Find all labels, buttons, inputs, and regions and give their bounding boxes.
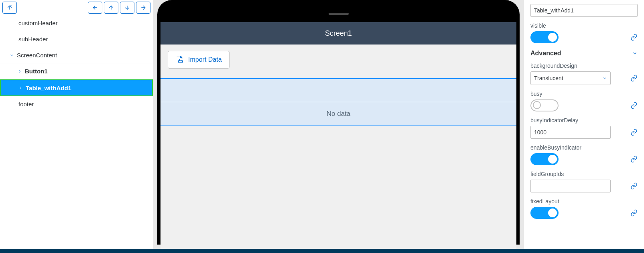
tree-item-button1[interactable]: Button1	[0, 63, 153, 79]
prop-label-enablebusyindicator: enableBusyIndicator	[530, 144, 638, 151]
link-icon[interactable]	[630, 34, 638, 41]
screen-title: Screen1	[325, 29, 352, 38]
outline-move-up-button[interactable]	[104, 2, 118, 14]
tree-item-label: Button1	[25, 68, 48, 75]
link-icon[interactable]	[630, 182, 638, 190]
import-button-label: Import Data	[188, 56, 222, 63]
fieldgroupids-input[interactable]	[530, 180, 611, 192]
backgrounddesign-select[interactable]: Translucent	[530, 71, 611, 85]
visible-toggle[interactable]	[530, 31, 559, 43]
table-nodata-text: No data	[327, 110, 351, 118]
import-data-button[interactable]: Import Data	[168, 51, 230, 69]
tree-item-table-withadd1[interactable]: Table_withAdd1	[0, 79, 153, 96]
component-name-input[interactable]	[530, 4, 638, 17]
device-speaker	[329, 13, 349, 15]
device-frame: Screen1 Import Data No data	[157, 0, 520, 245]
tree-item-label: customHeader	[18, 20, 58, 26]
advanced-section-header[interactable]: Advanced	[530, 50, 638, 57]
table-nodata-row: No data	[160, 102, 516, 125]
chevron-right-icon	[17, 84, 24, 91]
link-icon[interactable]	[630, 209, 638, 217]
tree-item-label: ScreenContent	[17, 52, 57, 59]
outline-up-minus-button[interactable]	[2, 2, 17, 14]
prop-label-backgrounddesign: backgroundDesign	[530, 63, 638, 69]
tree-item-subheader[interactable]: subHeader	[0, 31, 153, 47]
outline-toolbar	[0, 0, 153, 15]
tree-item-screencontent[interactable]: ScreenContent	[0, 47, 153, 63]
enablebusyindicator-toggle[interactable]	[530, 153, 559, 165]
table-preview[interactable]: No data	[160, 78, 516, 126]
busy-toggle[interactable]	[530, 99, 559, 111]
link-icon[interactable]	[630, 75, 638, 82]
tree-item-footer[interactable]: footer	[0, 96, 153, 112]
screen-title-bar: Screen1	[160, 22, 516, 45]
busyindicatordelay-input[interactable]	[530, 126, 611, 139]
backgrounddesign-value: Translucent	[534, 75, 563, 81]
outline-move-down-button[interactable]	[120, 2, 134, 14]
outline-tree: customHeader subHeader ScreenContent But…	[0, 15, 153, 112]
prop-label-fixedlayout: fixedLayout	[530, 198, 638, 204]
prop-label-visible: visible	[530, 22, 638, 29]
properties-panel: visible Advanced backgroundDesign Transl…	[524, 0, 644, 249]
tree-item-customheader[interactable]: customHeader	[0, 15, 153, 31]
prop-label-busy: busy	[530, 91, 638, 97]
outline-panel: customHeader subHeader ScreenContent But…	[0, 0, 153, 249]
tree-item-label: Table_withAdd1	[26, 85, 71, 91]
chevron-down-icon	[8, 52, 15, 59]
chevron-down-icon	[632, 51, 638, 56]
link-icon[interactable]	[630, 102, 638, 109]
screen-body: Import Data No data	[160, 45, 516, 249]
fixedlayout-toggle[interactable]	[530, 207, 559, 219]
import-icon	[175, 55, 184, 65]
table-header-row	[160, 79, 516, 102]
advanced-label: Advanced	[530, 50, 561, 57]
chevron-down-icon	[602, 76, 607, 81]
svg-point-0	[178, 60, 183, 62]
app-screen: Screen1 Import Data No data	[160, 22, 516, 249]
tree-item-label: subHeader	[18, 36, 48, 43]
link-icon[interactable]	[630, 156, 638, 163]
app-footer-bar	[0, 249, 644, 253]
canvas-area: Screen1 Import Data No data	[153, 0, 524, 249]
chevron-right-icon	[16, 68, 23, 75]
prop-label-fieldgroupids: fieldGroupIds	[530, 171, 638, 177]
prop-label-busyindicatordelay: busyIndicatorDelay	[530, 117, 638, 123]
link-icon[interactable]	[630, 129, 638, 136]
tree-item-label: footer	[18, 101, 34, 107]
outline-move-left-button[interactable]	[88, 2, 102, 14]
outline-move-right-button[interactable]	[136, 2, 150, 14]
